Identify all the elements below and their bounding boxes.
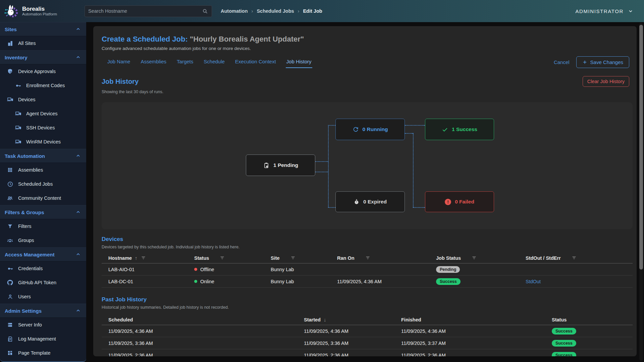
page-title-prefix: Create a Scheduled Job: — [102, 35, 188, 43]
column-header-started[interactable]: Started↓ — [304, 317, 401, 322]
search-box[interactable] — [85, 5, 212, 17]
sidebar-item-label: Log Management — [18, 336, 56, 342]
breadcrumb-separator: › — [252, 8, 253, 14]
search-input[interactable] — [88, 8, 202, 14]
flow-connector — [315, 161, 328, 162]
past-table-header: Scheduled Started↓ Finished Status — [102, 314, 633, 325]
shield-icon — [7, 68, 13, 75]
stopwatch-icon — [354, 199, 360, 205]
column-header-scheduled[interactable]: Scheduled — [102, 317, 304, 322]
sidebar-item-github-api-token[interactable]: GitHub API Token — [0, 276, 86, 290]
sidebar-item-winrm-devices[interactable]: WinRM Devices — [0, 135, 86, 149]
sidebar-item-server-info[interactable]: Server Info — [0, 318, 86, 332]
tab-job-name[interactable]: Job Name — [107, 57, 131, 68]
cell-status: Success — [552, 340, 633, 347]
sidebar-item-users[interactable]: Users — [0, 290, 86, 304]
tab-targets[interactable]: Targets — [176, 57, 194, 68]
sidebar-section-inventory[interactable]: Inventory — [0, 50, 86, 64]
table-row[interactable]: 11/09/2025, 4:36 AM 11/09/2025, 4:36 AM … — [102, 325, 633, 337]
user-menu[interactable]: ADMINISTRATOR — [575, 8, 644, 14]
sidebar-item-scheduled-jobs[interactable]: Scheduled Jobs — [0, 177, 86, 191]
sidebar-item-enrollment-codes[interactable]: Enrollment Codes — [0, 78, 86, 93]
filter-icon[interactable] — [141, 255, 146, 261]
sidebar-item-groups[interactable]: Groups — [0, 233, 86, 247]
cancel-button[interactable]: Cancel — [554, 59, 570, 65]
column-header-job-status[interactable]: Job Status — [436, 255, 526, 261]
cell-status: Success — [552, 328, 633, 335]
template-icon — [7, 350, 13, 356]
sidebar-section-access-management[interactable]: Access Management — [0, 247, 86, 261]
filter-icon[interactable] — [219, 255, 225, 261]
sidebar-item-assemblies[interactable]: Assemblies — [0, 163, 86, 177]
flow-node-failed: ! 0 Failed — [425, 191, 494, 212]
save-changes-button[interactable]: Save Changes — [576, 56, 629, 68]
flow-node-label: 0 Running — [363, 126, 388, 132]
filter-icon[interactable] — [365, 255, 371, 261]
filter-icon[interactable] — [571, 255, 577, 261]
clear-job-history-button[interactable]: Clear Job History — [583, 76, 629, 87]
page-title-job-name: "Hourly Borealis Agent Updater" — [188, 35, 304, 43]
tab-job-history[interactable]: Job History — [286, 57, 312, 68]
section-label: Sites — [5, 26, 17, 32]
sidebar-item-agent-devices[interactable]: Agent Devices — [0, 107, 86, 121]
search-icon[interactable] — [202, 8, 208, 14]
breadcrumb-automation[interactable]: Automation — [221, 8, 248, 14]
column-header-status[interactable]: Status — [194, 255, 271, 261]
cell-started: 11/09/2025, 4:36 AM — [304, 328, 401, 334]
section-label: Access Management — [5, 252, 54, 257]
section-label: Inventory — [5, 55, 28, 60]
cell-site: Bunny Lab — [271, 279, 337, 284]
sidebar-item-log-management[interactable]: Log Management — [0, 332, 86, 346]
flow-connector — [328, 207, 335, 208]
chevron-up-icon — [75, 252, 81, 257]
breadcrumb-scheduled-jobs[interactable]: Scheduled Jobs — [257, 8, 294, 14]
cell-finished: 11/09/2025, 4:36 AM — [401, 328, 552, 334]
sidebar-section-filters-groups[interactable]: Filters & Groups — [0, 205, 86, 219]
column-header-hostname[interactable]: Hostname ↑ — [102, 255, 194, 261]
server-icon — [7, 321, 13, 328]
column-header-stdout-stderr[interactable]: StdOut / StdErr — [526, 255, 633, 261]
cell-job-status: Success — [436, 278, 526, 285]
cell-status: Offline — [194, 267, 271, 272]
flow-connector — [328, 125, 335, 126]
filter-icon[interactable] — [290, 255, 296, 261]
sidebar-item-ssh-devices[interactable]: SSH Devices — [0, 121, 86, 135]
table-row[interactable]: 11/09/2025, 2:36 AM 11/09/2025, 2:36 AM … — [102, 349, 633, 356]
people-icon — [7, 195, 13, 201]
sidebar-item-devices[interactable]: Devices — [0, 93, 86, 107]
tab-execution-context[interactable]: Execution Context — [234, 57, 277, 68]
section-label: Admin Settings — [5, 308, 42, 314]
sidebar-section-admin-settings[interactable]: Admin Settings — [0, 304, 86, 318]
page-title: Create a Scheduled Job: "Hourly Borealis… — [102, 35, 633, 44]
table-row[interactable]: LAB-DC-01 Online Bunny Lab 11/09/2025, 4… — [102, 276, 633, 288]
sidebar-item-credentials[interactable]: Credentials — [0, 261, 86, 276]
brand: Borealis Automation Platform — [0, 3, 85, 19]
check-icon — [442, 126, 448, 133]
column-header-ran-on[interactable]: Ran On — [337, 255, 436, 261]
scrollbar-thumb[interactable] — [639, 25, 643, 269]
status-badge: Pending — [436, 266, 460, 273]
flow-node-running: 0 Running — [335, 119, 405, 140]
tab-assemblies[interactable]: Assemblies — [140, 57, 167, 68]
column-header-site[interactable]: Site — [271, 255, 337, 261]
flow-node-label: 0 Failed — [455, 199, 474, 205]
stdout-link[interactable]: StdOut — [526, 279, 541, 284]
table-row[interactable]: LAB-AIO-01 Offline Bunny Lab Pending — [102, 263, 633, 276]
sidebar-item-all-sites[interactable]: All Sites — [0, 36, 86, 50]
sidebar-section-task-automation[interactable]: Task Automation — [0, 149, 86, 163]
cell-scheduled: 11/09/2025, 2:36 AM — [102, 353, 304, 357]
sidebar-item-label: Page Template — [18, 350, 50, 356]
tab-schedule[interactable]: Schedule — [203, 57, 225, 68]
sidebar-item-device-approvals[interactable]: Device Approvals — [0, 64, 86, 78]
column-header-finished[interactable]: Finished — [401, 317, 552, 322]
sidebar-item-page-template[interactable]: Page Template — [0, 346, 86, 360]
filter-icon[interactable] — [471, 255, 477, 261]
sidebar-item-community-content[interactable]: Community Content — [0, 191, 86, 205]
breadcrumb-edit-job[interactable]: Edit Job — [303, 8, 322, 14]
sidebar: Sites All Sites Inventory Device Approva… — [0, 22, 86, 362]
devices-icon — [15, 110, 21, 117]
column-header-status[interactable]: Status — [552, 317, 633, 322]
sidebar-section-sites[interactable]: Sites — [0, 22, 86, 36]
sidebar-item-filters[interactable]: Filters — [0, 219, 86, 233]
table-row[interactable]: 11/09/2025, 3:36 AM 11/09/2025, 3:36 AM … — [102, 337, 633, 349]
